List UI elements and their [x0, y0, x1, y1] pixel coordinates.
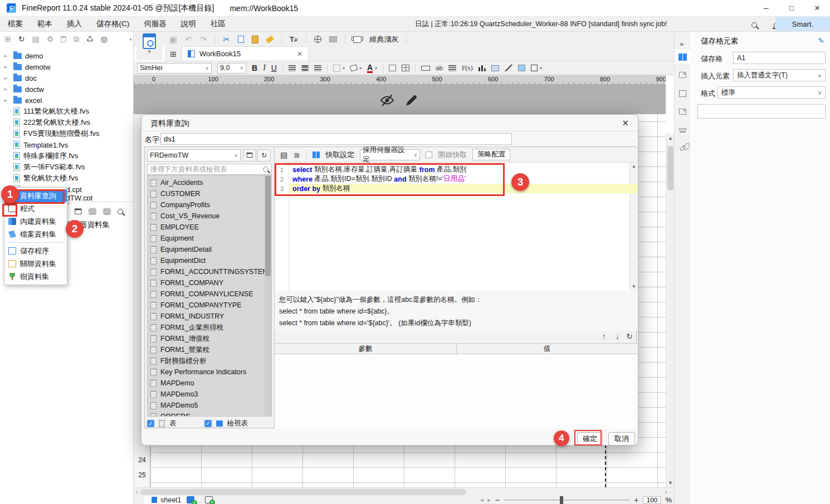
table-list-item[interactable]: FORM1_COMPANYLICENSE — [148, 288, 271, 300]
font-size-select[interactable]: 9.0∨ — [217, 63, 246, 74]
table-list-item[interactable]: FORM1_營業稅 — [148, 344, 271, 355]
find-replace-icon[interactable]: T⌕ — [290, 36, 298, 43]
dataset-name-input[interactable] — [160, 133, 512, 145]
table-list-item[interactable]: FORM1_企業所得稅 — [148, 322, 271, 333]
page-prev-icon[interactable]: ◂ — [480, 497, 483, 503]
table-list-item[interactable]: FORM1_增值稅 — [148, 333, 271, 344]
sheet-tab[interactable]: sheet1 — [144, 496, 189, 504]
table-list-item[interactable]: MAPDemo — [148, 378, 271, 389]
page-next-icon[interactable]: ▸ — [487, 497, 490, 503]
connection-select[interactable]: FRDemoTW∨ — [147, 149, 241, 162]
menu-community[interactable]: 社區 — [211, 19, 226, 29]
tree-item-file[interactable]: 222繁化帆软大楼.fvs — [4, 117, 90, 128]
dataset-settings-icon[interactable]: 🗔 — [74, 207, 82, 216]
vertical-scrollbar[interactable]: ▲ ▼ — [666, 134, 674, 487]
line-insert-icon[interactable] — [505, 65, 512, 71]
connection-refresh-icon[interactable]: ↻ — [257, 149, 271, 162]
refresh-icon[interactable]: ↻ — [18, 35, 25, 43]
expand-right-panel-icon[interactable]: ▸ — [675, 36, 690, 51]
locate-target-icon[interactable]: ◎ — [101, 35, 108, 43]
cell-element-tab-icon[interactable] — [675, 50, 690, 64]
move-up-icon[interactable]: ↑ — [602, 332, 606, 341]
menu-help[interactable]: 說明 — [181, 19, 196, 29]
tree-item-folder[interactable]: ▸doc — [4, 72, 37, 84]
tree-item-folder[interactable]: ▸doctw — [4, 84, 44, 95]
theme-shirt-icon[interactable] — [353, 36, 362, 43]
italic-button[interactable]: I — [263, 63, 266, 72]
menu-item-builtin-dataset[interactable]: 內建資料集 — [4, 215, 67, 228]
table-list-item[interactable]: Cost_VS_Revenue — [148, 211, 271, 222]
merge-cell-icon[interactable] — [389, 65, 396, 71]
table-list-item[interactable]: Equipment — [148, 233, 271, 244]
textbox-widget-icon[interactable] — [421, 66, 430, 71]
cache-mode-select[interactable]: 採用伺服器設定∨ — [360, 149, 420, 160]
rename-icon[interactable]: ▤ — [32, 35, 39, 43]
split-cell-icon[interactable] — [402, 65, 409, 71]
table-list-item[interactable]: ORDERS — [148, 411, 271, 417]
log-status-text[interactable]: 日誌 | 正常:10:26:19 QuartzScheduler_Worker-… — [415, 17, 667, 31]
view-checkbox[interactable]: ✓ — [204, 420, 212, 427]
table-list-item[interactable]: Air_Accidents — [148, 177, 271, 188]
shape-insert-icon[interactable] — [518, 65, 525, 71]
table-search-input[interactable] — [147, 164, 272, 175]
expand-arrow-icon[interactable]: ▸ — [4, 53, 10, 58]
table-list-item[interactable]: MAPDemo5 — [148, 400, 271, 411]
dataset-search-icon[interactable] — [118, 209, 123, 214]
dialog-close-icon[interactable]: ✕ — [622, 118, 629, 128]
parameter-table-body[interactable] — [275, 354, 637, 429]
expand-arrow-icon[interactable]: ▸ — [4, 97, 10, 103]
cell-attribute-tab-icon[interactable] — [675, 67, 690, 82]
zoom-slider[interactable] — [504, 500, 629, 501]
new-workbook-icon[interactable]: ⊞ — [165, 47, 182, 61]
tree-item-folder[interactable]: ▸excel — [4, 95, 42, 106]
underline-button[interactable]: U — [271, 63, 277, 72]
row-number[interactable]: 24 — [134, 452, 150, 467]
image-insert-icon[interactable] — [491, 65, 499, 71]
strategy-config-button[interactable]: 策略配置 — [472, 149, 510, 160]
copy-icon[interactable]: ⧉ — [74, 35, 79, 44]
cell-content-input[interactable] — [697, 104, 826, 119]
scroll-up-icon[interactable]: ▲ — [666, 134, 675, 143]
minimize-button[interactable]: ─ — [753, 0, 779, 16]
save-icon[interactable]: ▣ — [169, 35, 177, 43]
close-button[interactable]: ✕ — [804, 0, 830, 16]
scroll-right-icon[interactable]: › — [663, 488, 670, 496]
table-list-scrollbar[interactable] — [265, 175, 271, 416]
search-icon[interactable] — [751, 22, 757, 28]
float-element-icon[interactable] — [531, 65, 538, 71]
preview-sql-icon[interactable]: ▤ — [280, 150, 287, 159]
cancel-button[interactable]: 取消 — [608, 432, 635, 446]
menu-insert[interactable]: 插入 — [67, 19, 82, 29]
screenshot-icon[interactable] — [329, 36, 337, 42]
menu-cell[interactable]: 儲存格(C) — [96, 19, 129, 29]
smart-button[interactable]: Smart. — [775, 17, 830, 31]
tree-item-folder[interactable]: ▸demotw — [4, 61, 51, 72]
tree-item-file[interactable]: 111繁化帆软大楼.fvs — [4, 106, 89, 117]
format-select[interactable]: 標準∨ — [717, 86, 826, 99]
connection-edit-icon[interactable]: 🗔 — [243, 149, 256, 162]
table-list-item[interactable]: FORM1_COMPANY — [148, 277, 271, 288]
bold-button[interactable]: B — [252, 63, 257, 72]
table-list-item[interactable]: EquipmentDict — [148, 255, 271, 266]
maximize-button[interactable]: □ — [779, 0, 804, 16]
table-list-item[interactable]: EMPLOYEE — [148, 222, 271, 233]
menu-item-relation-dataset[interactable]: 關聯資料集 — [4, 257, 67, 270]
zoom-percent-input[interactable] — [643, 496, 661, 504]
table-checkbox[interactable]: ✓ — [147, 420, 154, 427]
tree-item-file[interactable]: 第一張FVS範本.fvs — [4, 162, 85, 173]
theme-name-label[interactable]: 經典淺灰 — [369, 35, 398, 45]
fill-color-icon[interactable] — [350, 65, 358, 72]
float-element-tab-icon[interactable] — [675, 86, 690, 101]
edit-pencil-icon[interactable]: ✎ — [818, 36, 824, 45]
align-left-icon[interactable] — [289, 65, 296, 71]
tree-item-file[interactable]: 特殊多欄排序.fvs — [4, 150, 78, 162]
copy-icon[interactable] — [238, 36, 244, 43]
scroll-left-icon[interactable]: ‹ — [134, 488, 140, 496]
expand-arrow-icon[interactable]: ▸ — [4, 64, 10, 70]
zoom-in-icon[interactable]: + — [634, 496, 638, 504]
chart-insert-icon[interactable] — [479, 65, 486, 71]
recycle-bin-icon[interactable]: ♺ — [86, 35, 94, 43]
delete-icon[interactable] — [61, 36, 66, 42]
collapse-panel-icon[interactable]: ◂ — [129, 36, 131, 42]
chevron-down-icon[interactable]: ▼ — [136, 49, 162, 55]
